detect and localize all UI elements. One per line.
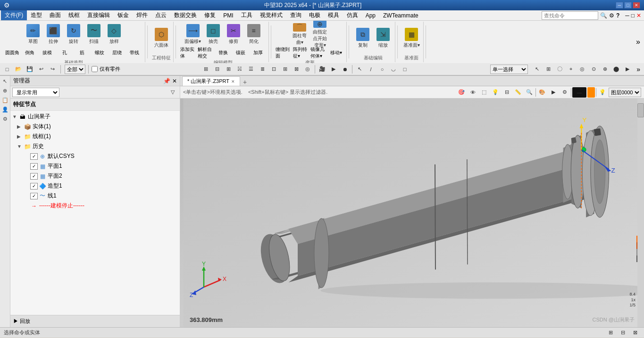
select-mode-select[interactable]: 单一选择 xyxy=(490,65,528,74)
scrollbar-right[interactable] xyxy=(637,99,644,327)
btn-extrude[interactable]: ⬛ 拉伸 xyxy=(43,23,63,46)
vp-tb-light[interactable]: 💡 xyxy=(490,87,501,98)
toolbar-more[interactable]: » xyxy=(635,66,642,73)
status-icon1[interactable]: ⊞ xyxy=(605,328,616,338)
left-icon-5[interactable]: ⚙ xyxy=(1,115,9,123)
vp-tb-anim[interactable]: ▶ xyxy=(548,87,559,98)
menu-pmi[interactable]: PMI xyxy=(219,11,237,20)
toolbar-expand-icon[interactable]: » xyxy=(634,36,642,48)
display-mode-select[interactable]: 显示常用 xyxy=(12,88,59,97)
tree-check-line1[interactable]: ✓ xyxy=(30,193,38,199)
menu-wireframe[interactable]: 线框 xyxy=(65,10,84,20)
restore-button[interactable]: □ xyxy=(624,2,632,8)
titlebar-min[interactable]: ─ xyxy=(625,12,629,19)
vp-tb-shade[interactable]: ⬚ xyxy=(479,87,489,98)
menu-pointcloud[interactable]: 点云 xyxy=(151,10,170,20)
btn-wrap-face[interactable]: 缠绕到面 xyxy=(275,47,292,58)
vp-tb-render[interactable]: 🎨 xyxy=(537,87,547,98)
btn-move[interactable]: 移动▾ xyxy=(327,47,344,58)
tb-select4[interactable]: ⌖ xyxy=(566,64,576,74)
btn-cyl-bend[interactable]: ⌒ 圆柱弯曲▾ xyxy=(290,23,309,46)
btn-array[interactable]: 阵列特征▾ xyxy=(293,47,309,58)
minimize-button[interactable]: ─ xyxy=(616,2,623,8)
tb-select7[interactable]: ⊕ xyxy=(600,64,610,74)
filter-all-select[interactable]: 全部 xyxy=(65,65,85,74)
left-icon-3[interactable]: 📋 xyxy=(1,96,9,104)
btn-trim[interactable]: ✂ 修剪 xyxy=(224,23,243,46)
menu-electrode[interactable]: 电极 xyxy=(305,10,324,20)
help-icon[interactable]: ? xyxy=(616,12,619,19)
sidebar-close-icon[interactable]: ✕ xyxy=(172,78,177,84)
titlebar-close[interactable]: ✕ xyxy=(636,12,641,19)
tb-select6[interactable]: ⊙ xyxy=(588,64,599,74)
tree-history[interactable]: ▼ 📁 历史 xyxy=(10,141,180,151)
btn-sketch[interactable]: ✏ 草图 xyxy=(23,23,43,46)
tree-check-csys[interactable]: ✓ xyxy=(30,153,38,160)
btn-revolve[interactable]: ↻ 旋转 xyxy=(64,23,84,46)
vp-tb-measure[interactable]: 📏 xyxy=(513,87,523,98)
tree-csys[interactable]: ✓ ⊕ 默认CSYS xyxy=(10,151,180,161)
menu-direct-edit[interactable]: 直接编辑 xyxy=(84,10,114,20)
btn-shell[interactable]: ◻ 抽壳 xyxy=(203,23,223,46)
btn-mirror-geo[interactable]: 镜像几何体▾ xyxy=(310,47,327,58)
tree-plane2[interactable]: ✓ ▦ 平面2 xyxy=(10,171,180,181)
tb-icon7[interactable]: ⊡ xyxy=(268,64,279,74)
btn-replace[interactable]: 替换 xyxy=(215,47,232,58)
btn-sweep[interactable]: 〜 扫描 xyxy=(84,23,104,46)
menu-mold[interactable]: 模具 xyxy=(324,10,343,20)
menu-zwteammate[interactable]: ZWTeammate xyxy=(379,11,422,20)
btn-box[interactable]: ⬡ 六面体 xyxy=(151,26,171,50)
tb-arc[interactable]: ◡ xyxy=(388,64,399,74)
tb-icon8[interactable]: ⊞ xyxy=(280,64,290,74)
btn-rib[interactable]: 筋 xyxy=(74,47,91,58)
menu-app[interactable]: App xyxy=(362,11,379,20)
tb-cursor[interactable]: ↖ xyxy=(354,64,365,74)
btn-point-deform[interactable]: ⊕ 由指定点开始变形▾ xyxy=(310,23,330,46)
tree-wireframe[interactable]: ▶ 📁 线框(1) xyxy=(10,132,180,141)
menu-model[interactable]: 造型 xyxy=(27,10,46,20)
tb-redo[interactable]: ↪ xyxy=(47,64,58,74)
vp-tb-black[interactable]: ― xyxy=(572,87,586,98)
sidebar-footer[interactable]: ▶ 回放 xyxy=(10,315,180,327)
vp-tb-config[interactable]: ⚙ xyxy=(560,87,570,98)
canvas-area[interactable]: Y Z X Y xyxy=(180,99,644,327)
tb-new[interactable]: □ xyxy=(2,64,12,74)
tree-check-plane1[interactable]: ✓ xyxy=(30,163,38,170)
menu-sheet-metal[interactable]: 钣金 xyxy=(114,10,133,20)
menu-tools[interactable]: 工具 xyxy=(237,10,256,20)
search-icon[interactable]: 🔍 xyxy=(600,12,607,19)
menu-sim[interactable]: 仿真 xyxy=(343,10,362,20)
menu-repair[interactable]: 修复 xyxy=(201,10,219,20)
tree-line1[interactable]: ✓ 〜 线1 xyxy=(10,191,180,201)
tb-select1[interactable]: ↖ xyxy=(532,64,542,74)
menu-file[interactable]: 文件(F) xyxy=(1,10,27,20)
tb-icon2[interactable]: ⊟ xyxy=(212,64,222,74)
btn-chamfer[interactable]: 倒角 xyxy=(21,47,38,58)
tb-anim[interactable]: ▶ xyxy=(328,64,339,74)
tb-icon4[interactable]: ☵ xyxy=(234,64,245,74)
tb-rect[interactable]: □ xyxy=(400,64,410,74)
tree-plane1[interactable]: ✓ ▦ 平面1 xyxy=(10,161,180,171)
sidebar-pin-icon[interactable]: 📌 xyxy=(163,78,170,84)
tb-save[interactable]: 💾 xyxy=(25,64,35,74)
menu-weld[interactable]: 焊件 xyxy=(133,10,151,20)
btn-thicken[interactable]: 加厚 xyxy=(250,47,267,58)
tb-select3[interactable]: 〇 xyxy=(554,64,565,74)
tb-icon1[interactable]: ⊞ xyxy=(201,64,211,74)
btn-loft[interactable]: ◇ 放样 xyxy=(104,23,124,46)
status-icon3[interactable]: ⊠ xyxy=(630,328,640,338)
left-icon-2[interactable]: ⊕ xyxy=(1,86,9,95)
vp-tb-orange[interactable] xyxy=(587,87,595,98)
btn-thread[interactable]: 螺纹 xyxy=(91,47,108,58)
btn-add-solid[interactable]: 添加实体 xyxy=(180,47,197,58)
tb-select2[interactable]: ⊞ xyxy=(543,64,553,74)
btn-embed[interactable]: 镶嵌 xyxy=(232,47,249,58)
settings-icon[interactable]: ⚙ xyxy=(609,12,614,19)
tb-icon3[interactable]: ⊞ xyxy=(223,64,234,74)
btn-simplify[interactable]: ≡ 简化 xyxy=(244,23,264,46)
tab-close-icon[interactable]: ✕ xyxy=(231,79,235,84)
btn-deform-self[interactable]: 解析自相交 xyxy=(197,47,214,58)
tree-solid[interactable]: ▶ 📦 实体(1) xyxy=(10,122,180,132)
tb-icon9[interactable]: ⊠ xyxy=(291,64,301,74)
layer-select[interactable]: 图层0000 xyxy=(609,88,641,97)
